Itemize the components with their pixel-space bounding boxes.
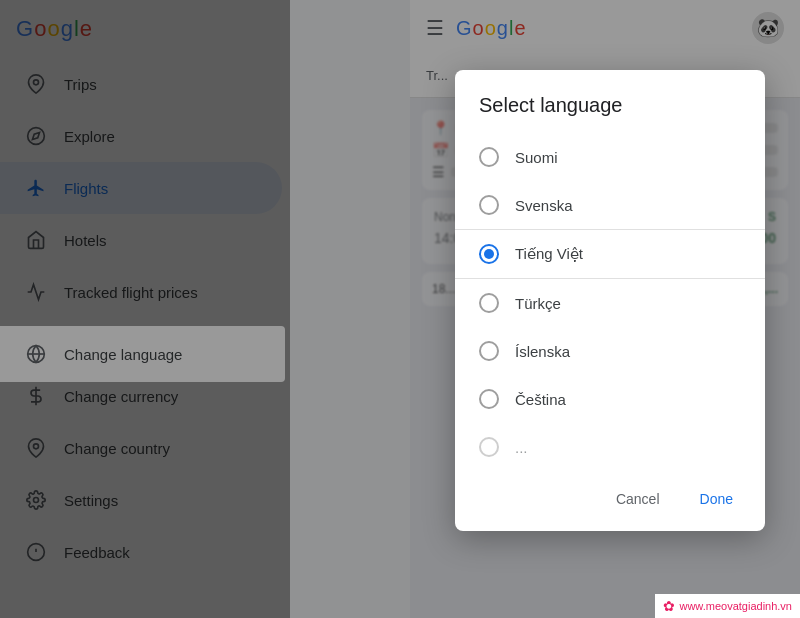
language-item-partial[interactable]: ... [455, 423, 765, 471]
language-item-cestina[interactable]: Čeština [455, 375, 765, 423]
language-item-islenska[interactable]: Íslenska [455, 327, 765, 375]
language-partial: ... [515, 439, 528, 456]
cancel-button[interactable]: Cancel [600, 483, 676, 515]
select-language-modal: Select language Suomi Svenska Tiếng Việt… [455, 70, 765, 531]
radio-turkce [479, 293, 499, 313]
language-cestina: Čeština [515, 391, 566, 408]
modal-actions: Cancel Done [455, 471, 765, 531]
radio-svenska [479, 195, 499, 215]
language-item-svenska[interactable]: Svenska [455, 181, 765, 229]
modal-title: Select language [455, 70, 765, 133]
radio-suomi [479, 147, 499, 167]
language-item-suomi[interactable]: Suomi [455, 133, 765, 181]
watermark: ✿ www.meovatgiadinh.vn [655, 594, 800, 618]
language-item-turkce[interactable]: Türkçe [455, 279, 765, 327]
language-list: Suomi Svenska Tiếng Việt Türkçe Íslenska… [455, 133, 765, 471]
flower-icon: ✿ [663, 598, 675, 614]
language-islenska: Íslenska [515, 343, 570, 360]
language-tieng-viet: Tiếng Việt [515, 245, 583, 263]
language-turkce: Türkçe [515, 295, 561, 312]
radio-tieng-viet [479, 244, 499, 264]
radio-islenska [479, 341, 499, 361]
radio-partial [479, 437, 499, 457]
language-svenska: Svenska [515, 197, 573, 214]
radio-cestina [479, 389, 499, 409]
language-item-tieng-viet[interactable]: Tiếng Việt [455, 229, 765, 279]
language-suomi: Suomi [515, 149, 558, 166]
watermark-text: www.meovatgiadinh.vn [679, 600, 792, 612]
done-button[interactable]: Done [684, 483, 749, 515]
